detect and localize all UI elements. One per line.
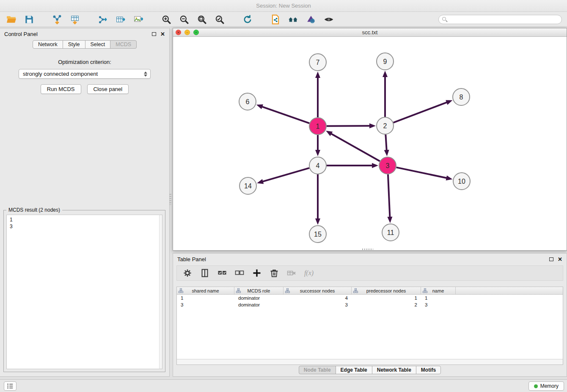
graph-node-3[interactable]: 3 bbox=[379, 157, 396, 174]
graph-node-1[interactable]: 1 bbox=[309, 118, 326, 135]
graph-node-9[interactable]: 9 bbox=[377, 53, 394, 70]
table-scrollbar[interactable] bbox=[177, 359, 563, 364]
panel-selector-button[interactable] bbox=[4, 381, 17, 391]
close-panel-button[interactable]: Close panel bbox=[87, 84, 129, 94]
optimization-label: Optimization criterion: bbox=[0, 59, 169, 65]
graph-edge-4-3[interactable] bbox=[327, 163, 378, 168]
svg-text:3: 3 bbox=[386, 162, 390, 169]
tab-network-table[interactable]: Network Table bbox=[372, 366, 416, 374]
graph-edge-1-2[interactable] bbox=[327, 123, 376, 128]
graph-node-2[interactable]: 2 bbox=[377, 117, 394, 134]
svg-text:11: 11 bbox=[387, 229, 394, 236]
table-export-icon[interactable] bbox=[114, 13, 127, 26]
application-window: Session: New Session Control Panel ✕ Net… bbox=[0, 0, 567, 392]
graph-edge-4-15[interactable] bbox=[315, 174, 320, 225]
tab-node-table[interactable]: Node Table bbox=[299, 366, 336, 374]
table-row[interactable]: 3dominator323 bbox=[177, 301, 563, 308]
criterion-value: strongly connected component bbox=[23, 71, 98, 77]
float-panel-icon[interactable] bbox=[152, 32, 156, 36]
horizontal-splitter[interactable] bbox=[362, 248, 373, 251]
control-panel: Control Panel ✕ NetworkStyleSelectMCDS O… bbox=[0, 28, 170, 377]
column-header-shared-name[interactable]: shared name bbox=[177, 287, 234, 294]
graph-node-6[interactable]: 6 bbox=[239, 93, 256, 110]
column-header-mcds-role[interactable]: MCDS role bbox=[234, 287, 284, 294]
add-row-icon[interactable] bbox=[251, 268, 262, 279]
graph-edge-1-4[interactable] bbox=[315, 135, 320, 156]
graph-node-4[interactable]: 4 bbox=[309, 157, 326, 174]
memory-button[interactable]: Memory bbox=[528, 381, 564, 391]
graph-node-7[interactable]: 7 bbox=[309, 54, 326, 71]
document-network-icon[interactable] bbox=[269, 13, 282, 26]
column-header-name[interactable]: name bbox=[421, 287, 456, 294]
column-header-successor-nodes[interactable]: successor nodes bbox=[284, 287, 352, 294]
close-table-panel-icon[interactable]: ✕ bbox=[558, 257, 562, 262]
control-panel-tabs: NetworkStyleSelectMCDS bbox=[0, 40, 169, 49]
graph-edge-1-7[interactable] bbox=[315, 72, 320, 117]
network-import-icon[interactable] bbox=[51, 13, 63, 26]
select-all-icon[interactable] bbox=[217, 268, 228, 279]
tab-select[interactable]: Select bbox=[85, 40, 111, 49]
graph-edge-4-14[interactable] bbox=[257, 168, 309, 184]
zoom-in-icon[interactable] bbox=[160, 13, 173, 26]
table-body: 1dominator4113dominator323 bbox=[177, 295, 563, 359]
graph-edge-3-1[interactable] bbox=[326, 131, 380, 161]
maximize-window-icon[interactable]: + bbox=[193, 30, 199, 35]
graph-edge-2-9[interactable] bbox=[383, 71, 388, 117]
graph-edge-3-10[interactable] bbox=[396, 167, 453, 180]
eye-icon[interactable] bbox=[322, 13, 335, 26]
graph-edge-1-6[interactable] bbox=[256, 105, 309, 124]
network-window-titlebar[interactable]: scc.txt ✕ − + bbox=[173, 28, 567, 37]
save-icon[interactable] bbox=[23, 13, 36, 26]
zoom-selected-icon[interactable] bbox=[213, 13, 226, 26]
tab-motifs[interactable]: Motifs bbox=[416, 366, 441, 374]
graph-node-10[interactable]: 10 bbox=[453, 173, 470, 190]
houses-icon[interactable] bbox=[287, 13, 300, 26]
minimize-window-icon[interactable]: − bbox=[184, 30, 190, 35]
graph-edge-2-3[interactable] bbox=[384, 135, 389, 156]
run-mcds-button[interactable]: Run MCDS bbox=[41, 84, 81, 94]
columns-icon[interactable] bbox=[199, 268, 210, 279]
result-item[interactable]: 3 bbox=[7, 223, 159, 230]
graph-edge-2-8[interactable] bbox=[394, 100, 453, 122]
tab-network[interactable]: Network bbox=[33, 40, 63, 49]
close-window-icon[interactable]: ✕ bbox=[176, 30, 181, 35]
graph-node-8[interactable]: 8 bbox=[453, 88, 470, 105]
refresh-icon[interactable] bbox=[241, 13, 254, 26]
window-titlebar[interactable]: Session: New Session bbox=[0, 0, 567, 12]
zoom-fit-icon[interactable] bbox=[195, 13, 208, 26]
tab-mcds[interactable]: MCDS bbox=[110, 40, 137, 49]
table-import-icon[interactable] bbox=[69, 13, 81, 26]
result-scrollbar[interactable] bbox=[159, 215, 162, 369]
graph-node-15[interactable]: 15 bbox=[309, 226, 326, 243]
column-header-predecessor-nodes[interactable]: predecessor nodes bbox=[352, 287, 421, 294]
svg-text:9: 9 bbox=[383, 58, 387, 65]
deselect-all-icon[interactable] bbox=[234, 268, 245, 279]
float-table-panel-icon[interactable] bbox=[549, 257, 553, 261]
network-canvas[interactable]: 7968124314101511 bbox=[173, 37, 567, 251]
image-export-icon[interactable] bbox=[132, 13, 145, 26]
search-input[interactable] bbox=[438, 15, 562, 24]
graph-node-14[interactable]: 14 bbox=[239, 177, 256, 194]
vertical-splitter[interactable] bbox=[169, 194, 171, 205]
result-item[interactable]: 1 bbox=[7, 216, 159, 223]
column-tree-icon bbox=[179, 288, 183, 294]
mcds-buttons: Run MCDS Close panel bbox=[0, 84, 169, 94]
network-export-icon[interactable] bbox=[96, 13, 109, 26]
tab-edge-table[interactable]: Edge Table bbox=[336, 366, 372, 374]
criterion-dropdown[interactable]: strongly connected component bbox=[19, 69, 151, 79]
search-box[interactable] bbox=[438, 15, 562, 24]
table-panel-tabs: Node TableEdge TableNetwork TableMotifs bbox=[173, 366, 567, 374]
open-folder-icon[interactable] bbox=[5, 13, 18, 26]
graph-edge-3-11[interactable] bbox=[387, 174, 392, 223]
zoom-out-icon[interactable] bbox=[178, 13, 190, 26]
trash-icon[interactable] bbox=[269, 268, 280, 279]
graph-node-11[interactable]: 11 bbox=[382, 224, 399, 241]
table-header-row: shared nameMCDS rolesuccessor nodesprede… bbox=[177, 287, 563, 295]
table-row[interactable]: 1dominator411 bbox=[177, 295, 563, 301]
mcds-result-list[interactable]: 13 bbox=[6, 215, 160, 369]
close-panel-icon[interactable]: ✕ bbox=[160, 31, 165, 37]
style-venn-icon[interactable] bbox=[305, 13, 317, 26]
tab-style[interactable]: Style bbox=[63, 40, 85, 49]
svg-text:10: 10 bbox=[458, 178, 465, 185]
gear-icon[interactable] bbox=[182, 268, 193, 279]
